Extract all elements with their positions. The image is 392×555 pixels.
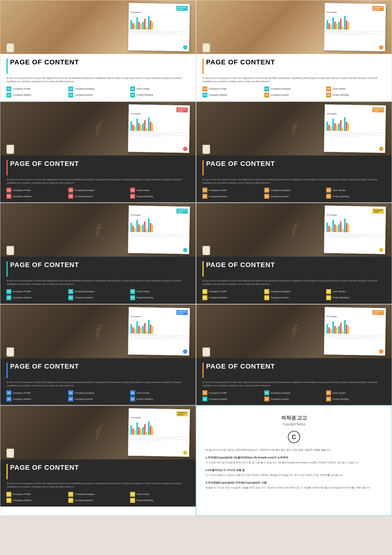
paper-tag-2: SAMANTHABLACK — [372, 6, 384, 11]
copyright-section-3-title: 3.저작권법(Copyright)& 저작권(Copyright)의 사용 — [205, 480, 383, 485]
copyright-body: 본 슬라이드의 모든 권리는 저작자에게 있습니다. 저작자의 사전 동의 없이… — [205, 448, 383, 493]
accent-bar-1 — [6, 59, 8, 74]
slide-4-image: f SAMANTHABLACK Our Company i — [196, 102, 392, 155]
row-5: f SAMANTHABLACK Our Company i — [0, 405, 392, 516]
row-3: f SAMANTHABLACK Our Company i — [0, 203, 392, 304]
paper-company: Our Company — [131, 11, 188, 14]
slide-1-content: PAGE OF CONTENT At vero eos et accusamus… — [0, 54, 196, 101]
slide-2: f SAMANTHABLACK Our Company — [196, 0, 392, 101]
desk-paper-1: SAMANTHABLACK Our Company — [128, 3, 190, 51]
row-1: f SAMANTHABLACK Our Company — [0, 0, 392, 101]
main-container: f SAMANTHABLACK Our Company — [0, 0, 392, 516]
slide-2-content: PAGE OF CONTENT At vero eos et accusamus… — [196, 54, 392, 101]
slide-2-image: f SAMANTHABLACK Our Company — [196, 0, 392, 54]
copyright-logo: C — [288, 431, 300, 443]
slide-9: f SAMANTHABLACK Our Company i — [0, 405, 196, 516]
slide-8: f SAMANTHABLACK Our Company i — [196, 304, 392, 406]
desk-paper-2: SAMANTHABLACK Our Company i — [324, 3, 386, 51]
slide-3-image: f SAMANTHABLACK Our Company i — [0, 102, 196, 155]
body-text-1: At vero eos et accusamus et iusto odio d… — [6, 76, 190, 83]
row-4: f SAMANTHABLACK Our Company i — [0, 304, 392, 406]
body-text-2: At vero eos et accusamus et iusto odio d… — [202, 76, 386, 83]
copyright-section-1-title: 1.저작권(Copyright)은 GD갤러리(https://kr.freep… — [205, 455, 383, 460]
desk-bg-1: f SAMANTHABLACK Our Company — [0, 0, 196, 54]
chart — [130, 14, 188, 30]
slide-1-image: f SAMANTHABLACK Our Company — [0, 0, 196, 54]
coffee-cup-2 — [202, 43, 210, 52]
slide-4: f SAMANTHABLACK Our Company i — [196, 101, 392, 203]
page-title-1: PAGE OF CONTENT — [10, 59, 79, 66]
toc-1: 01Company Profile 03Company Analysis 05C… — [6, 86, 190, 98]
copyright-subtitle: Copyright Notice — [205, 423, 383, 426]
slide-3: f SAMANTHABLACK Our Company i — [0, 101, 196, 203]
slide-1: f SAMANTHABLACK Our Company — [0, 0, 196, 101]
slide-6: f SAMANTHABLACK Our Company i — [196, 203, 392, 304]
copyright-panel: 저작권 고고 Copyright Notice C 본 슬라이드의 모든 권리는… — [196, 405, 392, 516]
desk-bg-2: f SAMANTHABLACK Our Company — [196, 0, 392, 54]
page-title-2: PAGE OF CONTENT — [206, 59, 275, 66]
slide-3-content: PAGE OF CONTENT At vero eos et accusamus… — [0, 155, 196, 203]
copyright-section-2-title: 2.GD갤러리는 이 서식의 내용 및 — [205, 468, 383, 472]
row-2: f SAMANTHABLACK Our Company i — [0, 101, 392, 203]
copyright-title: 저작권 고고 — [205, 415, 383, 421]
deco-letter: f — [95, 17, 101, 38]
slide-5: f SAMANTHABLACK Our Company i — [0, 203, 196, 304]
deco-letter-2: f — [291, 17, 297, 38]
paper-tag: SAMANTHABLACK — [176, 6, 188, 11]
coffee-cup — [6, 43, 14, 52]
slide-7: f SAMANTHABLACK Our Company i — [0, 304, 196, 406]
desk-paper-3: SAMANTHABLACK Our Company i — [128, 104, 190, 153]
